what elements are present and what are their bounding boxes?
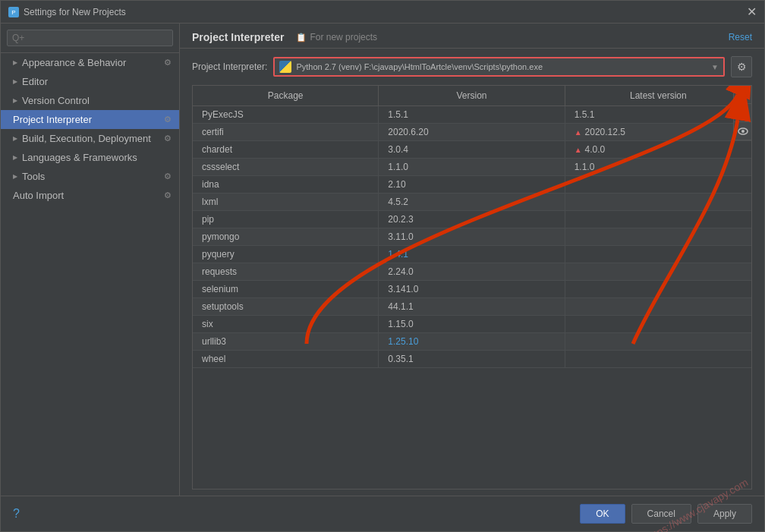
pkg-latest: [565, 298, 751, 315]
table-row[interactable]: pymongo 3.11.0: [193, 228, 751, 246]
pkg-latest: 1.1.0: [565, 159, 751, 175]
pkg-version: 20.2.3: [379, 211, 565, 228]
pkg-name: PyExecJS: [193, 106, 379, 123]
pkg-latest: [565, 333, 751, 350]
table-row[interactable]: chardet 3.0.4 ▲4.0.0: [193, 141, 751, 159]
title-bar-left: P Settings for New Projects: [8, 7, 126, 17]
pkg-version: 1.5.1: [379, 106, 565, 123]
close-button[interactable]: ✕: [747, 6, 757, 18]
reset-link[interactable]: Reset: [729, 32, 752, 42]
pkg-latest: ▲4.0.0: [565, 141, 751, 158]
sidebar-item-editor[interactable]: Editor: [1, 72, 179, 91]
interpreter-label: Project Interpreter:: [192, 61, 267, 72]
cancel-button[interactable]: Cancel: [631, 504, 691, 524]
search-input[interactable]: [7, 30, 173, 46]
table-row[interactable]: lxml 4.5.2: [193, 194, 751, 211]
pkg-latest: [565, 211, 751, 228]
table-row[interactable]: six 1.15.0: [193, 316, 751, 333]
col-latest: Latest version: [565, 86, 751, 105]
table-row[interactable]: selenium 3.141.0: [193, 281, 751, 298]
pkg-version: 44.1.1: [379, 298, 565, 315]
sidebar-item-auto-import[interactable]: Auto Import ⚙: [1, 186, 179, 205]
pkg-version: 0.35.1: [379, 351, 565, 367]
help-button[interactable]: ?: [13, 507, 20, 521]
python-icon: [279, 61, 291, 73]
pkg-version: 3.0.4: [379, 141, 565, 158]
eye-button[interactable]: [734, 122, 752, 140]
pkg-name: six: [193, 316, 379, 332]
table-row[interactable]: certifi 2020.6.20 ▲2020.12.5: [193, 124, 751, 141]
table-body: PyExecJS 1.5.1 1.5.1 certifi 2020.6.20 ▲…: [193, 106, 751, 489]
pkg-version: 2.24.0: [379, 263, 565, 280]
table-row[interactable]: pyquery 1.4.1: [193, 246, 751, 263]
table-row[interactable]: requests 2.24.0: [193, 263, 751, 281]
table-row[interactable]: urllib3 1.25.10: [193, 333, 751, 351]
pkg-name: wheel: [193, 351, 379, 367]
pkg-version: 1.4.1: [379, 246, 565, 263]
interpreter-gear-button[interactable]: ⚙: [731, 56, 752, 77]
sidebar-item-project-interpreter[interactable]: Project Interpreter ⚙: [1, 110, 179, 129]
ok-button[interactable]: OK: [580, 504, 625, 524]
table-row[interactable]: cssselect 1.1.0 1.1.0: [193, 159, 751, 176]
dialog-footer: ? OK Cancel Apply: [1, 496, 764, 531]
sidebar-item-languages[interactable]: Languages & Frameworks: [1, 148, 179, 167]
pkg-latest: [565, 316, 751, 332]
pkg-latest: ▲2020.12.5: [565, 124, 751, 140]
pkg-latest: 1.5.1: [565, 106, 751, 123]
pkg-name: pyquery: [193, 246, 379, 263]
panel-header: Project Interpreter 📋 For new projects R…: [180, 24, 764, 49]
sidebar-item-tools[interactable]: Tools ⚙: [1, 167, 179, 186]
pkg-name: pymongo: [193, 228, 379, 245]
dropdown-arrow-icon: ▼: [711, 63, 719, 71]
sidebar-item-build-execution[interactable]: Build, Execution, Deployment ⚙: [1, 129, 179, 148]
col-version: Version: [379, 86, 565, 105]
build-settings-icon: ⚙: [164, 134, 172, 143]
table-row[interactable]: PyExecJS 1.5.1 1.5.1: [193, 106, 751, 124]
table-row[interactable]: setuptools 44.1.1: [193, 298, 751, 316]
col-package: Package: [193, 86, 379, 105]
auto-import-settings-icon: ⚙: [164, 190, 172, 200]
table-row[interactable]: wheel 0.35.1: [193, 351, 751, 368]
panel-tab-new-projects[interactable]: 📋 For new projects: [296, 32, 377, 42]
interpreter-row: Project Interpreter: Python 2.7 (venv) F…: [180, 49, 764, 85]
table-header: Package Version Latest version: [193, 86, 751, 106]
sidebar-item-appearance[interactable]: Appearance & Behavior ⚙: [1, 53, 179, 72]
pkg-version: 1.15.0: [379, 316, 565, 332]
table-row[interactable]: idna 2.10: [193, 176, 751, 194]
interpreter-settings-icon: ⚙: [164, 115, 172, 124]
footer-buttons: OK Cancel Apply: [580, 504, 752, 524]
pkg-latest: [565, 281, 751, 297]
new-projects-tab-icon: 📋: [296, 33, 307, 42]
right-panel: Project Interpreter 📋 For new projects R…: [180, 24, 764, 496]
sidebar-item-version-control[interactable]: Version Control: [1, 91, 179, 110]
apply-button[interactable]: Apply: [697, 504, 752, 524]
title-bar: P Settings for New Projects ✕: [1, 1, 764, 24]
sidebar-search[interactable]: [1, 24, 179, 53]
pkg-name: setuptools: [193, 298, 379, 315]
pkg-version: 3.11.0: [379, 228, 565, 245]
panel-header-left: Project Interpreter 📋 For new projects: [192, 31, 377, 43]
pkg-latest: [565, 194, 751, 210]
pkg-version: 4.5.2: [379, 194, 565, 210]
pkg-name: lxml: [193, 194, 379, 210]
pkg-name: idna: [193, 176, 379, 193]
pkg-name: cssselect: [193, 159, 379, 175]
pkg-name: pip: [193, 211, 379, 228]
remove-package-button[interactable]: −: [734, 104, 752, 122]
pkg-version: 2.10: [379, 176, 565, 193]
table-actions: + −: [733, 86, 752, 140]
dialog-title: Settings for New Projects: [24, 7, 126, 17]
pkg-name: requests: [193, 263, 379, 280]
table-row[interactable]: pip 20.2.3: [193, 211, 751, 228]
pkg-version: 1.25.10: [379, 333, 565, 350]
app-icon: P: [8, 7, 19, 17]
interpreter-dropdown[interactable]: Python 2.7 (venv) F:\cjavapy\HtmlToArtcl…: [273, 57, 725, 77]
pkg-version: 3.141.0: [379, 281, 565, 297]
settings-icon: ⚙: [164, 58, 172, 68]
packages-table: Package Version Latest version PyExecJS …: [192, 85, 752, 490]
pkg-name: certifi: [193, 124, 379, 140]
add-package-button[interactable]: +: [734, 86, 752, 104]
pkg-latest: [565, 176, 751, 193]
pkg-name: selenium: [193, 281, 379, 297]
settings-dialog: P Settings for New Projects ✕ Appearance…: [0, 0, 765, 532]
